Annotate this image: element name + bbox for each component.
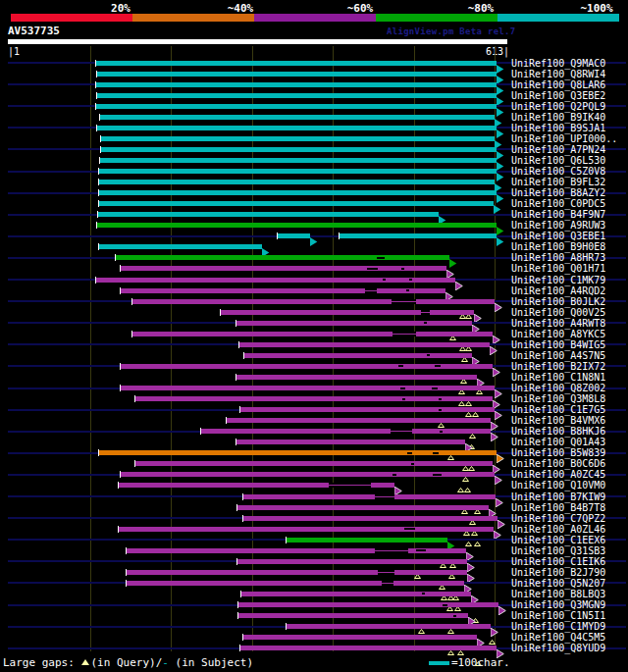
subject-gap-line <box>375 496 394 497</box>
gap-dash <box>433 474 442 476</box>
colorbar-segment-purple <box>254 14 376 22</box>
row-label[interactable]: UniRef100_A8YKC5 <box>511 329 605 339</box>
row-label[interactable]: UniRef100_B4VMX6 <box>511 415 605 426</box>
row-label[interactable]: UniRef100_B4B7T8 <box>511 502 605 513</box>
alignment-bar <box>286 624 491 629</box>
alignment-bar <box>96 126 497 130</box>
gap-legend-label: Large gaps: <box>3 656 80 669</box>
gap-triangle-icon <box>81 659 89 665</box>
bar-start-tick <box>239 406 240 413</box>
bar-start-tick <box>120 287 121 294</box>
row-label[interactable]: UniRef100_Q5N207 <box>511 578 605 589</box>
bar-start-tick <box>100 146 101 153</box>
row-label[interactable]: UniRef100_A4RWT8 <box>511 318 605 329</box>
row-label[interactable]: UniRef100_C1EIK6 <box>511 556 605 567</box>
alignment-bar <box>100 136 495 141</box>
bar-start-tick <box>118 482 119 489</box>
row-label[interactable]: UniRef100_Q8YUD9 <box>511 643 605 653</box>
row-label[interactable]: UniRef100_C0PDC5 <box>511 198 605 209</box>
row-label[interactable]: UniRef100_C1EEX6 <box>511 535 605 545</box>
row-label[interactable]: UniRef100_Q8LAR6 <box>511 79 605 90</box>
alignment-bar <box>236 321 472 326</box>
subject-gap-line <box>329 485 371 486</box>
alignment-bar <box>96 72 497 77</box>
row-label[interactable]: UniRef100_A4S7N5 <box>511 350 605 361</box>
row-label[interactable]: UniRef100_Q31SB3 <box>511 545 605 556</box>
row-label[interactable]: UniRef100_C1N5I1 <box>511 610 605 621</box>
bar-arrowhead-icon <box>491 427 498 445</box>
row-label[interactable]: UniRef100_Q3EBE2 <box>511 90 605 101</box>
row-label[interactable]: UniRef100_Q3MGN9 <box>511 599 605 610</box>
alignment-bar <box>96 223 497 228</box>
row-label[interactable]: UniRef100_A9RUW3 <box>511 220 605 231</box>
row-label[interactable]: UniRef100_B9IK40 <box>511 112 605 123</box>
identity-colorbar <box>11 14 619 22</box>
row-label[interactable]: UniRef100_B0C6D6 <box>511 458 605 469</box>
row-label[interactable]: UniRef100_Q3EBE1 <box>511 231 605 241</box>
row-label[interactable]: UniRef100_B8HKJ6 <box>511 426 605 437</box>
row-label[interactable]: UniRef100_A0ZC45 <box>511 469 605 480</box>
row-label[interactable]: UniRef100_Q10VM0 <box>511 480 605 491</box>
gap-query-text: (in Query)/ <box>90 656 162 669</box>
row-label[interactable]: UniRef100_B9H0E8 <box>511 241 605 252</box>
row-label[interactable]: UniRef100_B4F9N7 <box>511 209 605 220</box>
row-label[interactable]: UniRef100_B0JLK2 <box>511 296 605 307</box>
bar-start-tick <box>96 222 97 229</box>
row-label[interactable]: UniRef100_Q4C5M5 <box>511 632 605 643</box>
row-label[interactable]: UniRef100_B7KIW9 <box>511 491 605 502</box>
bar-start-tick <box>131 331 132 337</box>
row-label[interactable]: UniRef100_C1MYD9 <box>511 621 605 632</box>
row-label[interactable]: UniRef100_B2IX72 <box>511 361 605 372</box>
row-label[interactable]: UniRef100_B8LBQ3 <box>511 589 605 599</box>
alignment-bar <box>98 244 262 249</box>
row-label[interactable]: UniRef100_Q9MAC0 <box>511 58 605 69</box>
alignment-bar <box>236 505 489 510</box>
gap-dash <box>406 289 409 291</box>
alignment-bar <box>239 407 495 412</box>
alignment-bar <box>96 93 497 98</box>
row-label[interactable]: UniRef100_Q8Z002 <box>511 383 605 393</box>
alignment-bar <box>277 233 310 238</box>
bar-arrowhead-icon <box>498 600 506 619</box>
row-label[interactable]: UniRef100_C1N8N1 <box>511 372 605 383</box>
row-label[interactable]: UniRef100_Q8RWI4 <box>511 69 605 79</box>
row-label[interactable]: UniRef100_Q00V25 <box>511 307 605 318</box>
gap-dash <box>409 279 412 281</box>
row-label[interactable]: UniRef100_B5W839 <box>511 447 605 458</box>
bar-start-tick <box>95 81 96 88</box>
row-label[interactable]: UniRef100_A0ZL46 <box>511 524 605 535</box>
bar-start-tick <box>98 243 99 250</box>
row-label[interactable]: UniRef100_Q01A43 <box>511 437 605 447</box>
bar-start-tick <box>200 428 201 435</box>
row-label[interactable]: UniRef100_C1MK79 <box>511 275 605 285</box>
row-label[interactable]: UniRef100_Q01H71 <box>511 263 605 274</box>
scalebar-label: =100char. <box>451 656 510 669</box>
row-label[interactable]: UniRef100_A4RQD2 <box>511 285 605 296</box>
row-label[interactable]: UniRef100_B2J790 <box>511 567 605 578</box>
alignment-bar <box>220 310 474 315</box>
row-label[interactable]: UniRef100_B9SJA1 <box>511 123 605 133</box>
scalebar-icon <box>429 661 449 665</box>
row-label[interactable]: UniRef100_C7QPZ2 <box>511 513 605 524</box>
alignment-bar <box>95 61 497 66</box>
row-label[interactable]: UniRef100_C5Z0V8 <box>511 166 605 177</box>
alignment-bar <box>242 516 497 521</box>
bar-start-tick <box>131 298 132 305</box>
row-label[interactable]: UniRef100_A8HR73 <box>511 252 605 263</box>
row-label[interactable]: UniRef100_Q3M8L8 <box>511 393 605 404</box>
row-label[interactable]: UniRef100_A7PN24 <box>511 144 605 155</box>
bar-start-tick <box>286 537 287 543</box>
row-label[interactable]: UniRef100_Q2PQL9 <box>511 101 605 112</box>
colorbar-segment-cyan <box>497 14 619 22</box>
bar-start-tick <box>95 103 96 110</box>
row-label[interactable]: UniRef100_B4WIG5 <box>511 339 605 350</box>
row-label[interactable]: UniRef100_C1E7G5 <box>511 404 605 415</box>
bar-start-tick <box>238 341 239 348</box>
row-label[interactable]: UniRef100_B9FL32 <box>511 177 605 187</box>
row-label[interactable]: UniRef100_B8AZY2 <box>511 187 605 198</box>
row-label[interactable]: UniRef100_Q6L530 <box>511 155 605 166</box>
row-label[interactable]: UniRef100_UPI000.. <box>511 133 617 144</box>
colorbar-segment-green <box>376 14 497 22</box>
alignment-bar <box>240 592 471 596</box>
bar-start-tick <box>95 277 96 284</box>
